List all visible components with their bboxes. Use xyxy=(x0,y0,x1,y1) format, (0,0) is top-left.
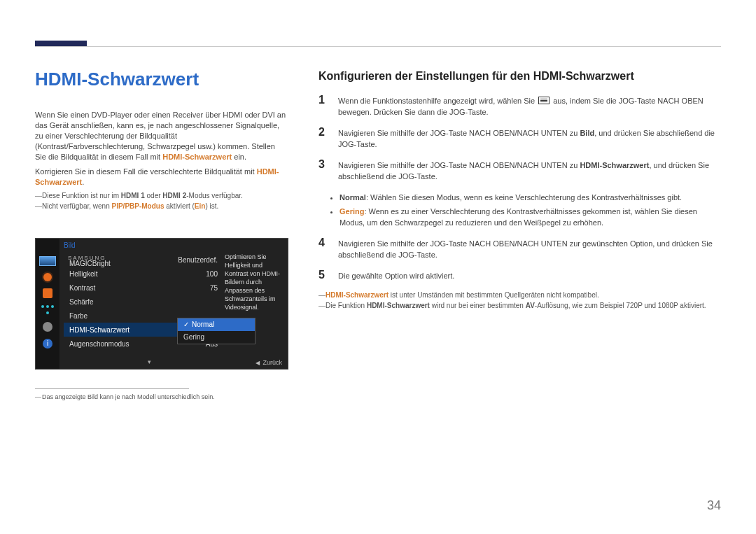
osd-section-title: Bild xyxy=(64,241,76,249)
step-body: Navigieren Sie mithilfe der JOG-Taste NA… xyxy=(338,238,721,260)
step-number: 2 xyxy=(318,127,328,150)
intro-paragraph: Wenn Sie einen DVD-Player oder einen Rec… xyxy=(35,110,287,162)
osd-row-contrast: Kontrast75 xyxy=(64,281,223,295)
intro2-text: Korrigieren Sie in diesem Fall die versc… xyxy=(35,167,257,176)
step-number: 1 xyxy=(318,95,328,118)
caption-block: Das angezeigte Bild kann je nach Modell … xyxy=(35,381,287,403)
intro-highlight: HDMI-Schwarzwert xyxy=(162,153,232,161)
caption-rule xyxy=(35,388,189,389)
osd-row-brightness: Helligkeit100 xyxy=(64,267,223,281)
step-body: Navigieren Sie mithilfe der JOG-Taste NA… xyxy=(338,160,721,182)
osd-side-icons: i xyxy=(36,239,59,369)
osd-option-normal: Normal xyxy=(178,318,255,331)
step-5: 5 Die gewählte Option wird aktiviert. xyxy=(318,270,721,281)
step-1: 1 Wenn die Funktionstastenhilfe angezeig… xyxy=(318,95,721,118)
step-4: 4 Navigieren Sie mithilfe der JOG-Taste … xyxy=(318,238,721,260)
osd-menu-screenshot: i Bild SAMSUNG MAGICBright Benutzerdef. … xyxy=(35,238,288,370)
step-2: 2 Navigieren Sie mithilfe der JOG-Taste … xyxy=(318,127,721,150)
note-compatibility: HDMI-Schwarzwert ist unter Umständen mit… xyxy=(318,291,721,299)
monitor-icon xyxy=(39,256,56,266)
note-hdmi-mode: Diese Funktion ist nur im HDMI 1 oder HD… xyxy=(35,192,287,199)
step-body: Wenn die Funktionstastenhilfe angezeigt … xyxy=(338,95,721,118)
intro2-tail: . xyxy=(82,178,84,186)
step-number: 3 xyxy=(318,160,328,182)
page-title: HDMI-Schwarzwert xyxy=(35,69,287,90)
osd-option-gering: Gering xyxy=(178,331,255,344)
step-3: 3 Navigieren Sie mithilfe der JOG-Taste … xyxy=(318,160,721,182)
page-number: 34 xyxy=(707,498,721,513)
step-body: Navigieren Sie mithilfe der JOG-Taste NA… xyxy=(338,127,721,150)
menu-icon xyxy=(538,97,550,104)
model-caption: Das angezeigte Bild kann je nach Modell … xyxy=(35,393,287,400)
header-rule xyxy=(35,46,721,47)
right-column: Konfigurieren der Einstellungen für den … xyxy=(318,70,721,312)
settings-icon xyxy=(43,322,52,332)
pip-icon xyxy=(41,305,54,315)
note-av-resolution: Die Funktion HDMI-Schwarzwert wird nur b… xyxy=(318,302,721,309)
step-number: 5 xyxy=(318,270,328,281)
osd-popup: Normal Gering xyxy=(177,318,255,344)
bullet-normal: Normal: Wählen Sie diesen Modus, wenn es… xyxy=(340,192,721,203)
scroll-down-icon: ▾ xyxy=(148,358,151,365)
left-column: HDMI-Schwarzwert Wenn Sie einen DVD-Play… xyxy=(35,69,287,213)
intro-tail: ein. xyxy=(232,153,246,161)
section-heading: Konfigurieren der Einstellungen für den … xyxy=(318,70,721,83)
header-tab-marker xyxy=(35,41,87,46)
osd-back-label: Zurück xyxy=(255,359,282,366)
osd-row-magicbright: Benutzerdef. xyxy=(64,253,223,267)
info-icon: i xyxy=(43,339,52,349)
osd-description: Optimieren Sie Helligkeit und Kontrast v… xyxy=(225,253,285,311)
osd-row-sharpness: Schärfe xyxy=(64,295,223,309)
brightness-icon xyxy=(43,273,52,281)
picture-icon xyxy=(43,288,52,298)
option-bullets: Normal: Wählen Sie diesen Modus, wenn es… xyxy=(318,192,721,228)
bullet-gering: Gering: Wenn es zu einer Verschlechterun… xyxy=(340,206,721,228)
intro-text: Wenn Sie einen DVD-Player oder einen Rec… xyxy=(35,111,286,161)
step-number: 4 xyxy=(318,238,328,260)
step-body: Die gewählte Option wird aktiviert. xyxy=(338,270,721,281)
note-pip-pbp: Nicht verfügbar, wenn PIP/PBP-Modus akti… xyxy=(35,202,287,210)
intro2-paragraph: Korrigieren Sie in diesem Fall die versc… xyxy=(35,167,287,188)
